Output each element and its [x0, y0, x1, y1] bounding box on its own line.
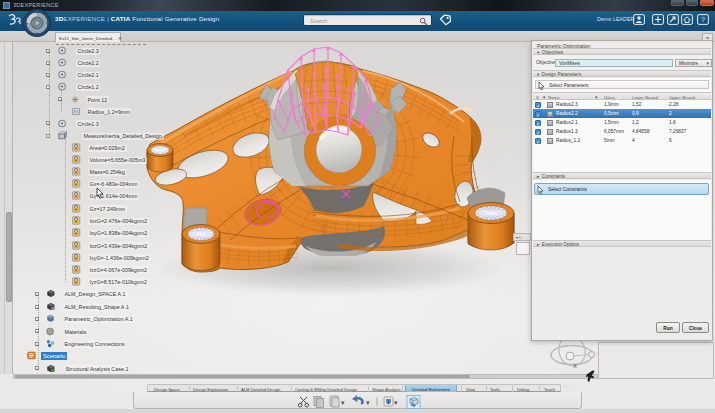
svg-text:?: ? [701, 16, 705, 23]
svg-text:▾: ▾ [366, 399, 370, 406]
svg-text:▾: ▾ [341, 399, 345, 406]
svg-text:X: X [573, 363, 577, 369]
svg-text:▾: ▾ [394, 399, 398, 406]
